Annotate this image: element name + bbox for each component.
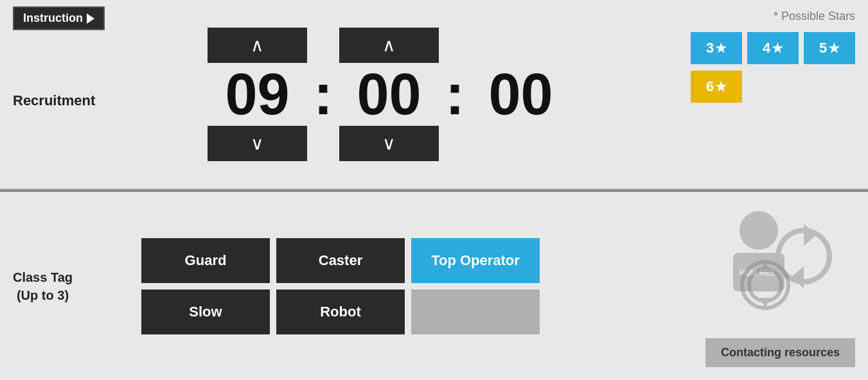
minutes-down-button[interactable] [339, 126, 439, 161]
tag-slow-button[interactable]: Slow [141, 289, 270, 334]
minutes-unit: 00 [339, 28, 439, 161]
tag-top-operator-button[interactable]: Top Operator [411, 238, 540, 283]
tag-caster-button[interactable]: Caster [276, 238, 405, 283]
tag-caster-label: Caster [319, 252, 362, 269]
star-5-icon: ★ [828, 40, 840, 56]
tags-section: Guard Caster Top Operator Slow Robot [141, 238, 540, 334]
bottom-panel: Class Tag (Up to 3) Guard Caster Top Ope… [0, 192, 868, 380]
time-section: 09 : 00 : 00 [128, 28, 650, 161]
chevron-up-icon [382, 35, 396, 56]
tag-top-operator-label: Top Operator [431, 252, 520, 269]
star-5-button[interactable]: 5 ★ [804, 32, 855, 64]
seconds-value: 00 [471, 65, 571, 123]
top-panel: Instruction Recruitment 09 : 00 [0, 0, 868, 189]
class-tag-label: Class Tag (Up to 3) [13, 268, 73, 304]
stars-section: * Possible Stars 3 ★ 4 ★ 5 ★ 6 ★ [691, 10, 855, 103]
chevron-down-icon [382, 133, 396, 154]
instruction-button[interactable]: Instruction [13, 6, 105, 30]
minutes-value: 00 [339, 65, 439, 123]
stars-row-top: 3 ★ 4 ★ 5 ★ [691, 32, 855, 64]
recruitment-label: Recruitment [13, 92, 95, 109]
tag-robot-button[interactable]: Robot [276, 289, 405, 334]
star-4-icon: ★ [772, 40, 783, 56]
chevron-down-icon [251, 133, 264, 154]
tag-slow-label: Slow [189, 304, 222, 320]
instruction-label: Instruction [23, 12, 83, 25]
star-4-button[interactable]: 4 ★ [747, 32, 799, 64]
star-3-value: 3 [706, 40, 714, 56]
hours-unit: 09 [208, 28, 307, 161]
hours-up-button[interactable] [208, 28, 307, 63]
star-6-button[interactable]: 6 ★ [691, 71, 742, 103]
play-icon [87, 13, 94, 24]
colon-2: : [439, 65, 471, 123]
colon-1: : [307, 65, 339, 123]
seconds-unit: 00 [471, 28, 571, 161]
contacting-resources-label: Contacting resources [721, 346, 840, 359]
star-4-value: 4 [763, 40, 770, 56]
refresh-button[interactable] [740, 259, 791, 313]
refresh-circle-icon [740, 259, 791, 311]
stars-row-bottom: 6 ★ [691, 71, 855, 103]
minutes-up-button[interactable] [339, 28, 439, 63]
possible-stars-label: * Possible Stars [691, 10, 855, 23]
hours-value: 09 [208, 65, 307, 123]
star-6-icon: ★ [715, 79, 727, 94]
tag-empty-button [411, 289, 540, 334]
tag-guard-label: Guard [185, 252, 227, 269]
chevron-up-icon [251, 35, 264, 56]
tag-robot-label: Robot [320, 304, 361, 320]
hours-down-button[interactable] [208, 126, 307, 161]
star-5-value: 5 [819, 40, 827, 56]
star-6-value: 6 [706, 78, 714, 95]
star-3-button[interactable]: 3 ★ [691, 32, 742, 64]
star-3-icon: ★ [715, 40, 727, 56]
tag-guard-button[interactable]: Guard [141, 238, 270, 283]
contacting-resources-button[interactable]: Contacting resources [705, 338, 855, 367]
main-container: Instruction Recruitment 09 : 00 [0, 0, 868, 380]
svg-point-0 [740, 211, 778, 250]
